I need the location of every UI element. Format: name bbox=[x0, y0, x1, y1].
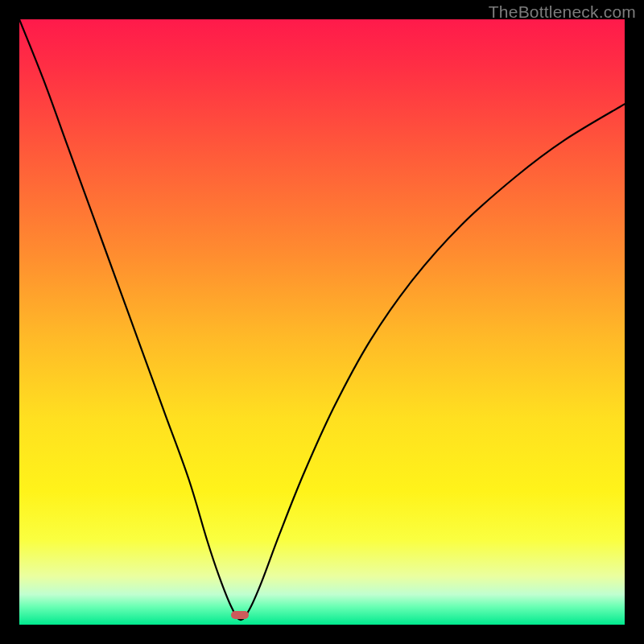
curve-svg bbox=[19, 19, 625, 625]
optimal-point-marker bbox=[231, 611, 249, 619]
bottleneck-curve bbox=[19, 19, 625, 620]
plot-area bbox=[19, 19, 625, 625]
chart-frame: TheBottleneck.com bbox=[0, 0, 644, 644]
watermark-text: TheBottleneck.com bbox=[489, 2, 636, 22]
